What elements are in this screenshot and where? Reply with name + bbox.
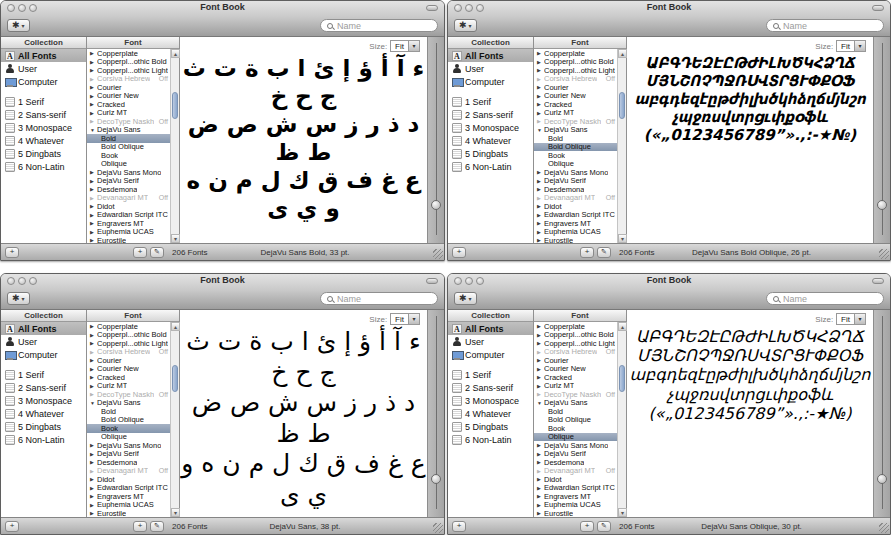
- collection-item-1-serif[interactable]: 1 Serif: [1, 95, 86, 108]
- collection-item-all-fonts[interactable]: AAll Fonts: [448, 49, 533, 62]
- font-item-copperpl-othic-light[interactable]: ▶Copperpl...othic Light: [87, 66, 170, 75]
- font-item-didot[interactable]: ▶Didot: [87, 202, 170, 211]
- collection-item-5-dingbats[interactable]: 5 Dingbats: [1, 420, 86, 433]
- font-item-curlz-mt[interactable]: ▶Curlz MT: [534, 382, 617, 391]
- disclosure-closed-icon[interactable]: ▶: [90, 100, 97, 108]
- collection-item-6-non-latin[interactable]: 6 Non-Latin: [1, 160, 86, 173]
- disclosure-closed-icon[interactable]: ▶: [537, 219, 544, 227]
- font-item-bold-oblique[interactable]: Bold Oblique: [534, 143, 617, 152]
- font-item-cracked[interactable]: ▶Cracked: [87, 373, 170, 382]
- font-item-curlz-mt[interactable]: ▶Curlz MT: [87, 382, 170, 391]
- disclosure-closed-icon[interactable]: ▶: [90, 390, 97, 398]
- disclosure-closed-icon[interactable]: ▶: [537, 49, 544, 57]
- disclosure-closed-icon[interactable]: ▶: [537, 390, 544, 398]
- size-slider[interactable]: [873, 37, 890, 243]
- disclosure-closed-icon[interactable]: ▶: [90, 501, 97, 509]
- scroll-down-icon[interactable]: ▾: [171, 508, 180, 517]
- collection-item-user[interactable]: User: [448, 62, 533, 75]
- font-item-bold[interactable]: Bold: [534, 407, 617, 416]
- disclosure-closed-icon[interactable]: ▶: [90, 228, 97, 236]
- scroll-down-icon[interactable]: ▾: [618, 508, 627, 517]
- collection-item-1-serif[interactable]: 1 Serif: [448, 368, 533, 381]
- toolbar-toggle-button[interactable]: [872, 278, 884, 284]
- disclosure-closed-icon[interactable]: ▶: [537, 441, 544, 449]
- collection-item-2-sans-serif[interactable]: 2 Sans-serif: [1, 108, 86, 121]
- scroll-up-icon[interactable]: ▴: [618, 49, 627, 58]
- font-item-copperplate[interactable]: ▶Copperplate: [87, 322, 170, 331]
- size-combobox[interactable]: Fit ▾: [390, 313, 420, 325]
- size-slider[interactable]: [427, 37, 444, 243]
- disclosure-closed-icon[interactable]: ▶: [90, 194, 97, 202]
- font-item-courier-new[interactable]: ▶Courier New: [87, 365, 170, 374]
- edit-icon[interactable]: ✎: [150, 521, 164, 532]
- titlebar[interactable]: Font Book: [1, 274, 444, 288]
- add-font-button[interactable]: +: [580, 247, 594, 258]
- collection-item-1-serif[interactable]: 1 Serif: [448, 95, 533, 108]
- font-item-desdemona[interactable]: ▶Desdemona: [534, 185, 617, 194]
- disclosure-closed-icon[interactable]: ▶: [537, 168, 544, 176]
- collection-item-2-sans-serif[interactable]: 2 Sans-serif: [1, 381, 86, 394]
- scroll-down-icon[interactable]: ▾: [618, 234, 627, 243]
- collection-item-1-serif[interactable]: 1 Serif: [1, 368, 86, 381]
- collection-item-user[interactable]: User: [448, 335, 533, 348]
- disclosure-closed-icon[interactable]: ▶: [90, 168, 97, 176]
- font-item-eurostile[interactable]: ▶Eurostile: [534, 509, 617, 517]
- collection-item-5-dingbats[interactable]: 5 Dingbats: [448, 420, 533, 433]
- disclosure-closed-icon[interactable]: ▶: [537, 58, 544, 66]
- disclosure-closed-icon[interactable]: ▶: [90, 339, 97, 347]
- collection-item-5-dingbats[interactable]: 5 Dingbats: [1, 147, 86, 160]
- font-item-copperpl-othic-light[interactable]: ▶Copperpl...othic Light: [87, 339, 170, 348]
- font-item-desdemona[interactable]: ▶Desdemona: [534, 458, 617, 467]
- slider-knob[interactable]: [431, 200, 441, 210]
- disclosure-closed-icon[interactable]: ▶: [537, 450, 544, 458]
- disclosure-closed-icon[interactable]: ▶: [90, 484, 97, 492]
- collection-item-4-whatever[interactable]: 4 Whatever: [1, 134, 86, 147]
- collection-item-computer[interactable]: Computer: [448, 75, 533, 88]
- font-item-desdemona[interactable]: ▶Desdemona: [87, 458, 170, 467]
- toolbar-toggle-button[interactable]: [426, 278, 438, 284]
- disclosure-closed-icon[interactable]: ▶: [537, 348, 544, 356]
- collection-item-2-sans-serif[interactable]: 2 Sans-serif: [448, 381, 533, 394]
- disclosure-closed-icon[interactable]: ▶: [537, 501, 544, 509]
- collection-item-computer[interactable]: Computer: [448, 348, 533, 361]
- disclosure-closed-icon[interactable]: ▶: [90, 441, 97, 449]
- size-dropdown-icon[interactable]: ▾: [408, 41, 419, 51]
- font-item-copperplate[interactable]: ▶Copperplate: [87, 49, 170, 58]
- collection-item-3-monospace[interactable]: 3 Monospace: [1, 121, 86, 134]
- font-item-didot[interactable]: ▶Didot: [534, 202, 617, 211]
- collection-item-all-fonts[interactable]: AAll Fonts: [1, 49, 86, 62]
- collection-item-4-whatever[interactable]: 4 Whatever: [1, 407, 86, 420]
- font-item-dejavu-sans[interactable]: ▼DejaVu Sans: [87, 126, 170, 135]
- font-item-copperplate[interactable]: ▶Copperplate: [534, 49, 617, 58]
- collection-item-all-fonts[interactable]: AAll Fonts: [448, 322, 533, 335]
- resize-grip[interactable]: [879, 249, 889, 259]
- font-item-courier[interactable]: ▶Courier: [534, 83, 617, 92]
- disclosure-closed-icon[interactable]: ▶: [90, 75, 97, 83]
- font-item-copperpl-othic-bold[interactable]: ▶Copperpl...othic Bold: [87, 58, 170, 67]
- disclosure-closed-icon[interactable]: ▶: [537, 228, 544, 236]
- titlebar[interactable]: Font Book: [1, 1, 444, 15]
- collection-item-computer[interactable]: Computer: [1, 348, 86, 361]
- slider-knob[interactable]: [431, 474, 441, 484]
- disclosure-closed-icon[interactable]: ▶: [90, 458, 97, 466]
- toolbar-toggle-button[interactable]: [426, 5, 438, 11]
- disclosure-closed-icon[interactable]: ▶: [90, 373, 97, 381]
- font-item-devanagari-mt[interactable]: ▶Devanagari MTOff: [534, 194, 617, 203]
- font-item-bold[interactable]: Bold: [87, 407, 170, 416]
- font-item-devanagari-mt[interactable]: ▶Devanagari MTOff: [87, 194, 170, 203]
- font-item-dejavu-sans-mono[interactable]: ▶DejaVu Sans Mono: [534, 168, 617, 177]
- collection-item-2-sans-serif[interactable]: 2 Sans-serif: [448, 108, 533, 121]
- disclosure-closed-icon[interactable]: ▶: [90, 467, 97, 475]
- search-field[interactable]: Name: [320, 292, 438, 305]
- disclosure-open-icon[interactable]: ▼: [90, 399, 97, 407]
- font-item-bold[interactable]: Bold: [534, 134, 617, 143]
- disclosure-closed-icon[interactable]: ▶: [90, 236, 97, 243]
- disclosure-closed-icon[interactable]: ▶: [537, 339, 544, 347]
- font-item-dejavu-sans-mono[interactable]: ▶DejaVu Sans Mono: [87, 441, 170, 450]
- disclosure-closed-icon[interactable]: ▶: [90, 356, 97, 364]
- font-item-courier[interactable]: ▶Courier: [87, 356, 170, 365]
- font-item-edwardian-script-itc[interactable]: ▶Edwardian Script ITC: [534, 211, 617, 220]
- add-collection-button[interactable]: +: [5, 521, 19, 532]
- size-dropdown-icon[interactable]: ▾: [408, 314, 419, 324]
- font-item-oblique[interactable]: Oblique: [534, 433, 617, 442]
